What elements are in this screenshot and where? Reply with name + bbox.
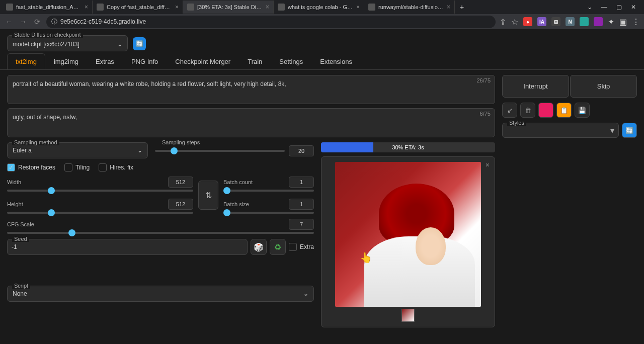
extension-icon[interactable]: ●	[523, 17, 532, 26]
interrupt-button[interactable]: Interrupt	[502, 75, 569, 98]
tab-pnginfo[interactable]: PNG Info	[123, 53, 167, 69]
tab-train[interactable]: Train	[239, 53, 271, 69]
close-icon[interactable]: ×	[175, 4, 179, 11]
sampling-steps-slider[interactable]	[155, 150, 285, 152]
extension-icon[interactable]	[580, 17, 589, 26]
extension-icon[interactable]: ⊞	[551, 17, 560, 26]
minimize-icon[interactable]: —	[601, 4, 607, 11]
negative-prompt-input[interactable]: 6/75 ugly, out of shape, nsfw,	[7, 108, 495, 137]
tiling-checkbox[interactable]: Tiling	[64, 163, 90, 171]
checkbox-icon	[289, 243, 297, 251]
share-icon[interactable]: ⇪	[500, 17, 506, 27]
close-icon[interactable]: ×	[486, 161, 490, 169]
reuse-seed-button[interactable]: ♻	[270, 239, 286, 255]
maximize-icon[interactable]: ▢	[616, 4, 622, 11]
checkbox-icon	[64, 163, 72, 171]
clipboard-icon[interactable]: 📋	[556, 103, 572, 118]
url-text: 9e5e6cc2-c519-4dc5.gradio.live	[60, 18, 146, 25]
restore-faces-checkbox[interactable]: ✓Restore faces	[7, 163, 55, 171]
browser-tab[interactable]: runwayml/stable-diffusion-v1×	[364, 1, 455, 14]
bookmark-icon[interactable]: ☆	[511, 17, 518, 27]
tab-settings[interactable]: Settings	[271, 53, 311, 69]
tab-img2img[interactable]: img2img	[45, 53, 87, 69]
chevron-down-icon: ▾	[610, 126, 614, 135]
close-icon[interactable]: ×	[356, 4, 360, 11]
tab-title: fast_stable_diffusion_AUTOM	[16, 4, 82, 10]
hires-fix-checkbox[interactable]: Hires. fix	[99, 163, 133, 171]
checkbox-icon	[99, 163, 107, 171]
script-select[interactable]: None ⌄	[7, 286, 314, 302]
tab-favicon	[6, 4, 13, 11]
seed-label: Seed	[12, 236, 29, 242]
tab-extras[interactable]: Extras	[87, 53, 123, 69]
sampling-method-label: Sampling method	[12, 139, 59, 145]
swap-dimensions-button[interactable]: ⇅	[198, 181, 218, 210]
refresh-checkpoint-button[interactable]: 🔄	[133, 37, 146, 50]
checkbox-label: Tiling	[75, 164, 90, 171]
close-icon[interactable]: ×	[85, 4, 88, 11]
tab-txt2img[interactable]: txt2img	[7, 53, 45, 69]
browser-tab[interactable]: Copy of fast_stable_diffusion×	[93, 1, 183, 14]
batch-size-slider[interactable]	[223, 212, 314, 214]
batch-size-label: Batch size	[223, 201, 249, 207]
sampling-steps-label: Sampling steps	[160, 139, 202, 145]
width-slider[interactable]	[7, 190, 193, 192]
arrow-icon[interactable]: ↙	[502, 103, 517, 118]
checkbox-icon: ✓	[7, 163, 15, 171]
tab-extensions[interactable]: Extensions	[311, 53, 361, 69]
browser-tab[interactable]: what is google colab - Googl×	[274, 1, 364, 14]
thumbnail-image[interactable]	[401, 309, 415, 322]
tab-favicon	[278, 4, 285, 11]
skip-button[interactable]: Skip	[570, 75, 637, 98]
close-window-icon[interactable]: ✕	[631, 4, 636, 11]
checkbox-label: Extra	[300, 243, 314, 250]
chevron-down-icon[interactable]: ⌄	[587, 4, 592, 11]
browser-tab[interactable]: [30% ETA: 3s] Stable Diffusion×	[183, 1, 274, 14]
progress-bar: 30% ETA: 3s	[321, 142, 495, 152]
batch-count-slider[interactable]	[223, 190, 314, 192]
tab-favicon	[187, 4, 194, 11]
refresh-styles-button[interactable]: 🔄	[622, 123, 637, 138]
reload-icon[interactable]: ⟳	[32, 18, 42, 26]
sampling-steps-input[interactable]: 20	[289, 145, 314, 156]
height-input[interactable]: 512	[168, 199, 193, 210]
menu-icon[interactable]: ⋮	[632, 17, 640, 27]
extra-seed-checkbox[interactable]: Extra	[289, 243, 314, 251]
style-apply-icon[interactable]	[538, 103, 553, 118]
height-slider[interactable]	[7, 212, 193, 214]
extension-icon[interactable]: N	[566, 17, 575, 26]
batch-count-input[interactable]: 1	[289, 177, 314, 188]
tab-title: runwayml/stable-diffusion-v1	[378, 4, 444, 10]
site-info-icon[interactable]: ⓘ	[51, 18, 57, 26]
cfg-slider[interactable]	[7, 232, 314, 234]
new-tab-button[interactable]: +	[455, 3, 469, 11]
save-style-icon[interactable]: 💾	[575, 103, 590, 118]
random-seed-button[interactable]: 🎲	[251, 239, 267, 255]
seed-input[interactable]: -1	[7, 239, 248, 255]
generated-image[interactable]	[335, 162, 481, 307]
prompt-input[interactable]: 26/75 portrait of a beautiful woman, wea…	[7, 75, 495, 104]
close-icon[interactable]: ×	[266, 4, 269, 11]
script-label: Script	[12, 283, 30, 289]
chevron-down-icon: ⌄	[117, 41, 122, 48]
extensions-icon[interactable]: ✦	[608, 17, 614, 27]
width-input[interactable]: 512	[168, 177, 193, 188]
sampling-method-value: Euler a	[13, 147, 32, 154]
url-input[interactable]: ⓘ 9e5e6cc2-c519-4dc5.gradio.live	[46, 16, 496, 28]
trash-icon[interactable]: 🗑	[520, 103, 535, 118]
close-icon[interactable]: ×	[447, 4, 450, 11]
styles-label: Styles	[507, 120, 526, 126]
back-icon[interactable]: ←	[4, 18, 14, 26]
sidepanel-icon[interactable]: ▣	[619, 17, 627, 27]
batch-size-input[interactable]: 1	[289, 199, 314, 210]
checkbox-label: Hires. fix	[110, 164, 133, 171]
chevron-down-icon: ⌄	[303, 290, 308, 297]
cfg-input[interactable]: 7	[289, 219, 314, 230]
forward-icon: →	[18, 18, 28, 26]
browser-tab[interactable]: fast_stable_diffusion_AUTOM×	[2, 1, 93, 14]
tab-title: what is google colab - Googl	[288, 4, 353, 10]
extension-icon[interactable]	[594, 17, 603, 26]
extension-icon[interactable]: IA	[537, 17, 546, 26]
tab-checkpoint-merger[interactable]: Checkpoint Merger	[167, 53, 239, 69]
cfg-label: CFG Scale	[7, 221, 34, 227]
